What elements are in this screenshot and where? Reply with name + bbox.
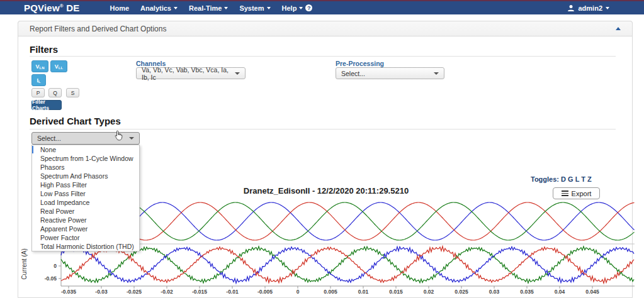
nav-item-analytics[interactable]: Analytics: [140, 4, 178, 12]
svg-text:-0.005: -0.005: [257, 289, 273, 295]
vln-sub: LN: [40, 66, 45, 70]
svg-text:0.03: 0.03: [489, 289, 500, 295]
filter-charts-button[interactable]: Filter Charts: [31, 100, 62, 110]
caret-down-icon: [129, 137, 134, 140]
caret-down-icon: [299, 7, 303, 9]
svg-text:0.025: 0.025: [455, 289, 468, 295]
option-reactive-power[interactable]: Reactive Power: [32, 216, 139, 224]
brand-suffix: DE: [64, 3, 80, 13]
channels-select[interactable]: Va, Vb, Vc, Vab, Vbc, Vca, Ia, Ib, Ic: [136, 67, 246, 79]
derived-chart-type-options: None Spectrum from 1-Cycle Window Phasor…: [31, 145, 140, 251]
vll-filter-button[interactable]: VLL: [50, 60, 67, 72]
filters-heading: Filters: [30, 44, 58, 55]
preprocessing-label: Pre-Processing: [336, 60, 384, 67]
nav-label: Help: [282, 4, 297, 12]
app: PQView® DE Home Analytics Real-Time Syst…: [0, 0, 644, 298]
svg-text:Current (A): Current (A): [21, 248, 28, 279]
svg-text:-0.05: -0.05: [45, 275, 57, 282]
svg-text:0.005: 0.005: [324, 289, 337, 295]
svg-text:0.01: 0.01: [358, 289, 369, 295]
nav-item-system[interactable]: System: [239, 4, 270, 12]
option-low-pass-filter[interactable]: Low Pass Filter: [32, 189, 139, 198]
svg-text:-0.03: -0.03: [95, 289, 108, 295]
svg-text:0.035: 0.035: [520, 289, 534, 295]
caret-down-icon: [434, 72, 439, 75]
caret-down-icon: [267, 7, 271, 9]
svg-text:0.045: 0.045: [585, 289, 599, 295]
toggles-label: Toggles: D G L T Z: [531, 175, 592, 183]
brand-text: PQView: [24, 3, 60, 13]
help-question-icon[interactable]: ?: [305, 4, 312, 11]
nav-label: Analytics: [140, 4, 171, 12]
nav-item-help[interactable]: Help?: [282, 4, 313, 12]
hamburger-icon: [562, 190, 568, 196]
option-spectrum-1cycle[interactable]: Spectrum from 1-Cycle Window: [32, 154, 139, 163]
chart-title: Dranetz_EdisonII - 12/2/2020 20:11:29.52…: [244, 186, 409, 196]
channels-value: Va, Vb, Vc, Vab, Vbc, Vca, Ia, Ib, Ic: [142, 66, 235, 81]
derived-select-value: Select...: [37, 135, 61, 142]
derived-divider: [30, 129, 616, 130]
svg-text:-0.015: -0.015: [192, 289, 207, 295]
option-real-power[interactable]: Real Power: [32, 207, 139, 216]
app-logo[interactable]: PQView® DE: [24, 3, 80, 13]
svg-text:0.015: 0.015: [389, 289, 403, 295]
svg-text:-0.025: -0.025: [127, 289, 142, 295]
vll-sub: LL: [59, 66, 63, 70]
nav-label: Home: [110, 4, 130, 12]
svg-text:0.02: 0.02: [424, 289, 434, 295]
export-label: Export: [572, 190, 592, 197]
caret-down-icon: [174, 7, 178, 9]
nav-label: System: [239, 4, 264, 12]
caret-down-icon: [606, 7, 609, 9]
option-high-pass-filter[interactable]: High Pass Filter: [32, 180, 139, 189]
option-power-factor[interactable]: Power Factor: [32, 233, 139, 242]
svg-text:-0.035: -0.035: [61, 289, 76, 295]
svg-text:0.04: 0.04: [555, 289, 565, 295]
navbar: PQView® DE Home Analytics Real-Time Syst…: [0, 0, 644, 14]
option-none[interactable]: None: [32, 145, 139, 154]
svg-text:0: 0: [54, 263, 57, 269]
svg-text:-0.02: -0.02: [161, 289, 173, 295]
option-phasors[interactable]: Phasors: [32, 163, 139, 172]
export-button[interactable]: Export: [553, 187, 600, 199]
hand-cursor-icon: [113, 130, 123, 141]
vln-filter-button[interactable]: VLN: [31, 60, 48, 72]
q-filter-button[interactable]: Q: [48, 88, 62, 97]
caret-down-icon: [224, 7, 228, 9]
s-filter-button[interactable]: S: [66, 88, 79, 97]
username-label: admin2: [578, 4, 602, 12]
option-spectrum-and-phasors[interactable]: Spectrum And Phasors: [32, 172, 139, 180]
svg-text:0: 0: [297, 289, 300, 295]
filters-divider: [30, 56, 616, 57]
user-menu[interactable]: admin2: [567, 1, 609, 14]
il-sub: L: [38, 80, 41, 84]
option-thd[interactable]: Total Harmonic Distortion (THD): [32, 242, 139, 251]
nav-item-real-time[interactable]: Real-Time: [189, 4, 228, 12]
caret-down-icon: [235, 72, 240, 75]
derived-chart-type-select[interactable]: Select...: [31, 132, 140, 145]
derived-chart-types-heading: Derived Chart Types: [30, 116, 121, 126]
nav-item-home[interactable]: Home: [110, 4, 130, 12]
il-filter-button[interactable]: IL: [31, 74, 46, 86]
svg-text:-0.01: -0.01: [226, 289, 239, 295]
option-apparent-power[interactable]: Apparent Power: [32, 224, 139, 233]
preprocessing-select[interactable]: Select...: [336, 67, 444, 79]
nav-label: Real-Time: [189, 4, 222, 12]
nav-menu: Home Analytics Real-Time System Help?: [110, 4, 313, 12]
preprocessing-value: Select...: [341, 70, 365, 77]
p-filter-button[interactable]: P: [31, 88, 45, 97]
user-icon: [567, 4, 575, 12]
option-load-impedance[interactable]: Load Impedance: [32, 198, 139, 207]
